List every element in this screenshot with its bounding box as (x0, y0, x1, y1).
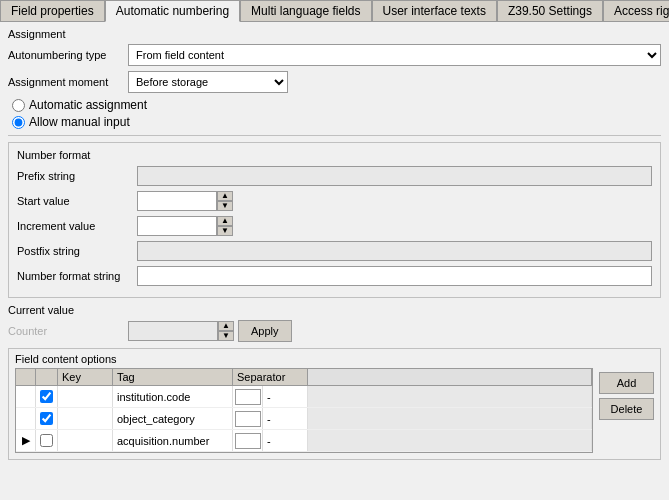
radio-automatic[interactable] (12, 99, 25, 112)
row2-arrow (16, 408, 36, 429)
start-value-label: Start value (17, 195, 137, 207)
counter-down[interactable]: ▼ (218, 331, 234, 341)
row3-extra (308, 430, 592, 451)
assignment-moment-row: Assignment moment Before storage (8, 71, 661, 93)
start-value-down[interactable]: ▼ (217, 201, 233, 211)
postfix-string-row: Postfix string (17, 241, 652, 261)
tab-field-properties[interactable]: Field properties (0, 0, 105, 21)
row1-sep-input-cell (233, 386, 263, 407)
current-value-label: Current value (8, 304, 661, 316)
assignment-section: Assignment Autonumbering type From field… (8, 28, 661, 129)
start-value-up[interactable]: ▲ (217, 191, 233, 201)
increment-value-input[interactable]: 1 (137, 216, 217, 236)
th-checkbox (36, 369, 58, 385)
row1-key (58, 386, 113, 407)
prefix-string-input[interactable] (137, 166, 652, 186)
row2-checkbox-cell (36, 408, 58, 429)
radio-automatic-row: Automatic assignment (8, 98, 661, 112)
delete-button[interactable]: Delete (599, 398, 654, 420)
increment-value-label: Increment value (17, 220, 137, 232)
format-string-label: Number format string (17, 270, 137, 282)
table-area: Key Tag Separator institution.code (9, 368, 660, 459)
start-value-input[interactable] (137, 191, 217, 211)
row1-tag: institution.code (113, 386, 233, 407)
row3-sep-value: - (263, 430, 308, 451)
field-content-table: Key Tag Separator institution.code (15, 368, 593, 453)
row2-sep-value: - (263, 408, 308, 429)
tab-user-interface-texts[interactable]: User interface texts (372, 0, 497, 21)
autonumbering-type-select[interactable]: From field content (128, 44, 661, 66)
row2-sep-input-cell (233, 408, 263, 429)
prefix-string-row: Prefix string (17, 166, 652, 186)
row3-sep-input-cell (233, 430, 263, 451)
row2-key (58, 408, 113, 429)
increment-value-spinner-buttons: ▲ ▼ (217, 216, 233, 236)
counter-spinner-buttons: ▲ ▼ (218, 321, 234, 341)
row3-checkbox[interactable] (40, 434, 53, 447)
row2-tag: object_category (113, 408, 233, 429)
row1-checkbox[interactable] (40, 390, 53, 403)
tab-z3950-settings[interactable]: Z39.50 Settings (497, 0, 603, 21)
assignment-label: Assignment (8, 28, 661, 40)
assignment-moment-select[interactable]: Before storage (128, 71, 288, 93)
counter-row: Counter 1000008 ▲ ▼ Apply (8, 320, 661, 342)
row2-checkbox[interactable] (40, 412, 53, 425)
th-extra (308, 369, 592, 385)
row1-sep-input[interactable] (235, 389, 261, 405)
counter-label: Counter (8, 325, 128, 337)
tab-automatic-numbering[interactable]: Automatic numbering (105, 0, 240, 22)
field-content-title: Field content options (9, 349, 660, 368)
row1-sep-value: - (263, 386, 308, 407)
counter-input[interactable]: 1000008 (128, 321, 218, 341)
field-content-section: Field content options Key Tag Separator (8, 348, 661, 460)
number-format-section: Number format Prefix string Start value … (8, 142, 661, 298)
postfix-string-input[interactable] (137, 241, 652, 261)
th-key: Key (58, 369, 113, 385)
increment-value-spinner: 1 ▲ ▼ (137, 216, 233, 236)
current-value-section: Current value Counter 1000008 ▲ ▼ Apply (8, 304, 661, 342)
increment-up[interactable]: ▲ (217, 216, 233, 226)
increment-value-row: Increment value 1 ▲ ▼ (17, 216, 652, 236)
start-value-spinner-buttons: ▲ ▼ (217, 191, 233, 211)
tabs-bar: Field properties Automatic numbering Mul… (0, 0, 669, 22)
add-button[interactable]: Add (599, 372, 654, 394)
autonumbering-type-row: Autonumbering type From field content (8, 44, 661, 66)
row3-arrow: ▶ (16, 430, 36, 451)
th-arrow (16, 369, 36, 385)
table-header: Key Tag Separator (16, 369, 592, 386)
table-row: ▶ acquisition.number - (16, 430, 592, 452)
radio-automatic-label: Automatic assignment (29, 98, 147, 112)
counter-up[interactable]: ▲ (218, 321, 234, 331)
number-format-title: Number format (17, 149, 652, 161)
tab-access-rights[interactable]: Access rights (603, 0, 669, 21)
prefix-string-label: Prefix string (17, 170, 137, 182)
postfix-string-label: Postfix string (17, 245, 137, 257)
format-string-row: Number format string ##### (17, 266, 652, 286)
row1-arrow (16, 386, 36, 407)
row2-sep-input[interactable] (235, 411, 261, 427)
start-value-spinner: ▲ ▼ (137, 191, 233, 211)
start-value-row: Start value ▲ ▼ (17, 191, 652, 211)
row3-tag: acquisition.number (113, 430, 233, 451)
radio-manual-row: Allow manual input (8, 115, 661, 129)
th-tag: Tag (113, 369, 233, 385)
row3-key (58, 430, 113, 451)
radio-manual[interactable] (12, 116, 25, 129)
table-row: institution.code - (16, 386, 592, 408)
row3-sep-input[interactable] (235, 433, 261, 449)
autonumbering-type-label: Autonumbering type (8, 49, 128, 61)
radio-manual-label: Allow manual input (29, 115, 130, 129)
row1-checkbox-cell (36, 386, 58, 407)
format-string-input[interactable]: ##### (137, 266, 652, 286)
apply-button[interactable]: Apply (238, 320, 292, 342)
row3-checkbox-cell (36, 430, 58, 451)
counter-spinner: 1000008 ▲ ▼ (128, 321, 234, 341)
table-side-buttons: Add Delete (599, 368, 660, 459)
row2-extra (308, 408, 592, 429)
table-row: object_category - (16, 408, 592, 430)
main-content: Assignment Autonumbering type From field… (0, 22, 669, 500)
increment-down[interactable]: ▼ (217, 226, 233, 236)
tab-multi-language-fields[interactable]: Multi language fields (240, 0, 371, 21)
row1-extra (308, 386, 592, 407)
th-separator: Separator (233, 369, 308, 385)
